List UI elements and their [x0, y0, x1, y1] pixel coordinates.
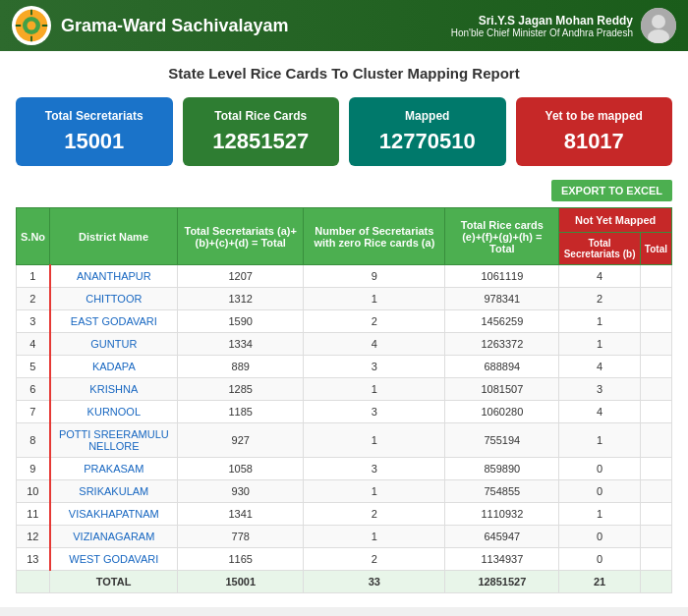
- cell-district[interactable]: VISAKHAPATNAM: [50, 503, 178, 526]
- col-header-total-rice: Total Rice cards (e)+(f)+(g)+(h) = Total: [445, 208, 559, 265]
- stat-value-mapped: 12770510: [357, 129, 498, 154]
- export-excel-button[interactable]: EXPORT TO EXCEL: [551, 180, 672, 201]
- cell-total-rice: 1110932: [445, 503, 559, 526]
- table-row: 10 SRIKAKULAM 930 1 754855 0: [17, 480, 672, 503]
- header-right: Sri.Y.S Jagan Mohan Reddy Hon'ble Chief …: [451, 8, 676, 43]
- cell-total-sec: 1058: [178, 458, 304, 480]
- stats-row: Total Secretariats 15001 Total Rice Card…: [16, 97, 672, 166]
- cell-total-rice: 754855: [445, 480, 559, 503]
- col-header-total-sec-b: Total Secretariats (b): [559, 233, 641, 265]
- cell-zero-rice: 2: [304, 548, 445, 571]
- cell-district[interactable]: CHITTOOR: [50, 288, 178, 310]
- cell-district[interactable]: KRISHNA: [50, 378, 178, 401]
- cell-not-mapped-b: 0: [559, 480, 641, 503]
- cell-total-sec: 930: [178, 480, 304, 503]
- cell-total-rice: 1081507: [445, 378, 559, 401]
- cell-not-mapped-total: [640, 480, 671, 503]
- cell-district[interactable]: ANANTHAPUR: [50, 265, 178, 288]
- cell-total-rice: 1263372: [445, 333, 559, 356]
- app-logo: [12, 6, 51, 45]
- cell-sno: 1: [17, 265, 50, 288]
- cell-total-rice: 1456259: [445, 310, 559, 333]
- cell-total-sec: 1312: [178, 288, 304, 310]
- cell-total-sec: 1334: [178, 333, 304, 356]
- cell-district[interactable]: POTTI SREERAMULU NELLORE: [50, 423, 178, 458]
- cell-not-mapped-b: 0: [559, 526, 641, 548]
- cell-total-sec: 1285: [178, 378, 304, 401]
- cell-not-mapped-total: [640, 503, 671, 526]
- cell-total-rice: 1061119: [445, 265, 559, 288]
- cell-total-sec: 889: [178, 356, 304, 378]
- cell-total-sec: 1341: [178, 503, 304, 526]
- total-cell-empty: [17, 571, 50, 593]
- cell-sno: 10: [17, 480, 50, 503]
- total-row: TOTAL 15001 33 12851527 21: [17, 571, 672, 593]
- stat-label-secretariats: Total Secretariats: [24, 109, 165, 123]
- cell-total-sec: 778: [178, 526, 304, 548]
- table-row: 8 POTTI SREERAMULU NELLORE 927 1 755194 …: [17, 423, 672, 458]
- cell-not-mapped-total: [640, 288, 671, 310]
- cell-zero-rice: 9: [304, 265, 445, 288]
- cell-district[interactable]: KURNOOL: [50, 401, 178, 423]
- cell-not-mapped-b: 2: [559, 288, 641, 310]
- header-left: Grama-Ward Sachivalayam: [12, 6, 288, 45]
- table-row: 4 GUNTUR 1334 4 1263372 1: [17, 333, 672, 356]
- table-row: 9 PRAKASAM 1058 3 859890 0: [17, 458, 672, 480]
- cell-district[interactable]: VIZIANAGARAM: [50, 526, 178, 548]
- cell-not-mapped-b: 0: [559, 458, 641, 480]
- cell-not-mapped-b: 4: [559, 265, 641, 288]
- cell-total-rice: 755194: [445, 423, 559, 458]
- cell-district[interactable]: KADAPA: [50, 356, 178, 378]
- cell-zero-rice: 4: [304, 333, 445, 356]
- cell-not-mapped-total: [640, 356, 671, 378]
- cell-district[interactable]: PRAKASAM: [50, 458, 178, 480]
- cell-total-rice: 859890: [445, 458, 559, 480]
- cell-district[interactable]: SRIKAKULAM: [50, 480, 178, 503]
- stat-total-rice-cards: Total Rice Cards 12851527: [183, 97, 340, 166]
- cell-not-mapped-total: [640, 401, 671, 423]
- cell-total-rice: 645947: [445, 526, 559, 548]
- cell-zero-rice: 1: [304, 423, 445, 458]
- cell-not-mapped-total: [640, 423, 671, 458]
- table-row: 1 ANANTHAPUR 1207 9 1061119 4: [17, 265, 672, 288]
- data-table: S.No District Name Total Secretariats (a…: [16, 207, 672, 593]
- main-content: State Level Rice Cards To Cluster Mappin…: [0, 51, 688, 607]
- cell-not-mapped-total: [640, 458, 671, 480]
- cell-zero-rice: 3: [304, 458, 445, 480]
- cell-district[interactable]: WEST GODAVARI: [50, 548, 178, 571]
- cell-total-sec: 1165: [178, 548, 304, 571]
- total-rice: 12851527: [445, 571, 559, 593]
- cell-not-mapped-total: [640, 310, 671, 333]
- avatar: [641, 8, 676, 43]
- col-header-total: Total: [640, 233, 671, 265]
- stat-mapped: Mapped 12770510: [349, 97, 506, 166]
- col-header-sno: S.No: [17, 208, 50, 265]
- table-row: 12 VIZIANAGARAM 778 1 645947 0: [17, 526, 672, 548]
- cell-zero-rice: 2: [304, 503, 445, 526]
- cell-total-sec: 927: [178, 423, 304, 458]
- cell-not-mapped-b: 4: [559, 401, 641, 423]
- cell-not-mapped-b: 3: [559, 378, 641, 401]
- stat-total-secretariats: Total Secretariats 15001: [16, 97, 173, 166]
- table-row: 11 VISAKHAPATNAM 1341 2 1110932 1: [17, 503, 672, 526]
- svg-point-2: [28, 22, 36, 30]
- cell-district[interactable]: GUNTUR: [50, 333, 178, 356]
- cell-total-rice: 1134937: [445, 548, 559, 571]
- cell-not-mapped-b: 1: [559, 423, 641, 458]
- cell-sno: 12: [17, 526, 50, 548]
- page-title: State Level Rice Cards To Cluster Mappin…: [16, 65, 672, 82]
- stat-yet-to-be-mapped: Yet to be mapped 81017: [516, 97, 673, 166]
- cell-not-mapped-b: 1: [559, 333, 641, 356]
- cell-district[interactable]: EAST GODAVARI: [50, 310, 178, 333]
- cell-not-mapped-b: 1: [559, 503, 641, 526]
- col-header-zero-rice: Number of Secretariats with zero Rice ca…: [304, 208, 445, 265]
- stat-label-rice-cards: Total Rice Cards: [191, 109, 332, 123]
- table-row: 3 EAST GODAVARI 1590 2 1456259 1: [17, 310, 672, 333]
- cell-sno: 8: [17, 423, 50, 458]
- cell-not-mapped-total: [640, 526, 671, 548]
- table-row: 13 WEST GODAVARI 1165 2 1134937 0: [17, 548, 672, 571]
- table-row: 2 CHITTOOR 1312 1 978341 2: [17, 288, 672, 310]
- cell-not-mapped-b: 1: [559, 310, 641, 333]
- person-role: Hon'ble Chief Minister Of Andhra Pradesh: [451, 28, 633, 38]
- cell-zero-rice: 1: [304, 526, 445, 548]
